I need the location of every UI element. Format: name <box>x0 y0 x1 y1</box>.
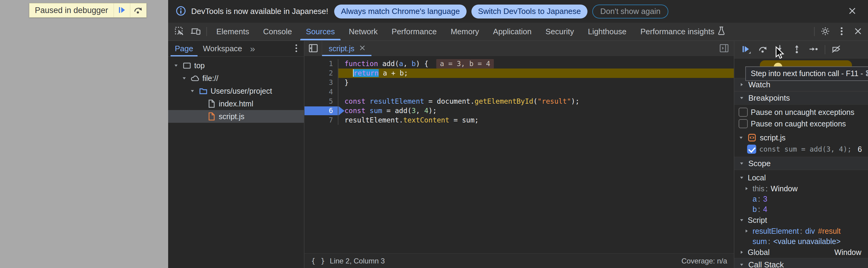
line-number[interactable]: 6 <box>305 106 338 116</box>
scope-entry-a[interactable]: a: 3 <box>734 194 868 204</box>
section-label: Watch <box>748 80 770 89</box>
tab-workspace[interactable]: Workspace <box>198 41 247 56</box>
scope-entry-resultElement[interactable]: resultElement: div#result <box>734 226 868 236</box>
resume-icon <box>117 5 126 16</box>
code-line-content[interactable]: return a + b; <box>338 68 734 78</box>
tab-application[interactable]: Application <box>486 23 538 40</box>
line-number[interactable]: 1 <box>305 59 338 68</box>
step-over-icon <box>758 44 768 55</box>
tab-lighthouse[interactable]: Lighthouse <box>581 23 633 40</box>
debugger-sidebar: Step into next function call - F11 - ⌘ ;… <box>734 41 868 268</box>
file-js-icon <box>207 112 216 121</box>
section-breakpoints[interactable]: Breakpoints <box>734 91 868 105</box>
tab-elements[interactable]: Elements <box>209 23 256 40</box>
line-number[interactable]: 4 <box>305 87 338 97</box>
switch-to-japanese-button[interactable]: Switch DevTools to Japanese <box>471 4 588 19</box>
line-number[interactable]: 3 <box>305 78 338 87</box>
scope-entry-b[interactable]: b: 4 <box>734 204 868 214</box>
code-line-content[interactable]: const sum = add(3, 4); <box>338 106 734 116</box>
line-number[interactable]: 7 <box>305 116 338 125</box>
toggle-device-toolbar-button[interactable] <box>188 23 204 40</box>
tab-label: Network <box>349 27 377 36</box>
scope-group-script[interactable]: Script <box>734 214 868 226</box>
tree-item-top[interactable]: top <box>168 59 304 72</box>
breakpoint-file-group[interactable]: script.js <box>734 132 868 143</box>
scope-group-global[interactable]: GlobalWindow <box>734 246 868 258</box>
toggle-navigator-button[interactable] <box>305 41 322 56</box>
exception-option[interactable]: Pause on uncaught exceptions <box>734 107 868 118</box>
step-over-button[interactable] <box>130 3 146 17</box>
scope-entry-sum[interactable]: sum: <value unavailable> <box>734 236 868 246</box>
step-over-button[interactable] <box>754 41 771 58</box>
sources-navigator-pane: Page Workspace » topfile://Users/user/pr… <box>168 41 305 268</box>
tab-network[interactable]: Network <box>342 23 384 40</box>
section-call-stack[interactable]: Call Stack <box>734 258 868 268</box>
code-line-content[interactable]: function add(a, b) {a = 3, b = 4 <box>338 59 734 68</box>
code-line-content[interactable]: const resultElement = document.getElemen… <box>338 97 734 106</box>
always-match-language-button[interactable]: Always match Chrome's language <box>334 4 466 19</box>
tab-label: Console <box>263 27 292 36</box>
code-line-content[interactable]: resultElement.textContent = sum; <box>338 116 734 125</box>
more-options-button[interactable] <box>833 23 850 40</box>
tab-label: Memory <box>451 27 479 36</box>
exception-option[interactable]: Pause on caught exceptions <box>734 118 868 129</box>
code-token: 4 <box>424 107 428 115</box>
tab-performance[interactable]: Performance <box>385 23 444 40</box>
chevron-down-icon <box>739 161 745 166</box>
step-button[interactable] <box>805 41 822 58</box>
section-scope[interactable]: Scope <box>734 157 868 170</box>
tab-security[interactable]: Security <box>539 23 581 40</box>
code-line-content[interactable] <box>338 87 734 97</box>
code-line-content[interactable]: } <box>338 78 734 87</box>
paused-message-zone: Step into next function call - F11 - ⌘ ; <box>734 59 868 78</box>
step-into-button[interactable] <box>771 41 788 58</box>
script-file-icon <box>747 133 757 143</box>
cursor-position-label: Line 2, Column 3 <box>330 257 385 265</box>
breakpoint-entry[interactable]: const sum = add(3, 4);6 <box>734 143 868 155</box>
more-tabs-button[interactable]: » <box>247 41 258 56</box>
tab-sources[interactable]: Sources <box>299 23 342 40</box>
scope-group-value: Window <box>834 248 861 257</box>
scope-entry-this[interactable]: this: Window <box>734 183 868 194</box>
editor-tab-label: script.js <box>329 44 354 53</box>
step-out-icon <box>792 44 802 55</box>
editor-tab-scriptjs[interactable]: script.js <box>322 41 371 56</box>
tree-item-label: script.js <box>219 112 245 121</box>
tab-console[interactable]: Console <box>256 23 299 40</box>
inspect-element-button[interactable] <box>171 23 188 40</box>
infobar-close-button[interactable] <box>844 3 861 20</box>
code-token: const <box>344 107 365 115</box>
code-editor-area[interactable]: 1function add(a, b) {a = 3, b = 42 retur… <box>305 56 734 254</box>
toggle-debugger-pane-button[interactable] <box>714 41 734 56</box>
resume-button[interactable] <box>737 41 754 58</box>
resume-script-button[interactable] <box>114 3 130 17</box>
line-number[interactable]: 5 <box>305 97 338 106</box>
tab-memory[interactable]: Memory <box>443 23 486 40</box>
tree-item-users-user-project[interactable]: Users/user/project <box>168 85 304 97</box>
tree-item-index-html[interactable]: index.html <box>168 97 304 110</box>
scope-var-value: <value unavailable> <box>773 237 840 246</box>
tab-page[interactable]: Page <box>170 41 198 56</box>
expand-right-panel-icon <box>719 43 730 55</box>
line-number[interactable]: 2 <box>305 68 338 78</box>
checkbox[interactable] <box>747 145 756 154</box>
checkbox[interactable] <box>739 108 748 117</box>
close-icon[interactable] <box>359 44 366 53</box>
scope-colon: : <box>766 184 768 193</box>
scope-var-name: b <box>752 205 757 214</box>
tab-performance-insights[interactable]: Performance insights <box>633 23 732 40</box>
devtools-close-button[interactable] <box>850 23 866 40</box>
tree-item-script-js[interactable]: script.js <box>168 110 304 123</box>
navigator-menu-button[interactable] <box>289 41 304 56</box>
section-label: Call Stack <box>748 260 784 268</box>
code-token: ); <box>571 97 580 105</box>
kebab-menu-icon <box>295 44 298 54</box>
dont-show-again-button[interactable]: Don't show again <box>592 4 668 19</box>
deactivate-breakpoints-button[interactable] <box>828 41 845 58</box>
scope-group-local[interactable]: Local <box>734 172 868 183</box>
scope-group-label: Script <box>748 216 767 225</box>
step-out-button[interactable] <box>788 41 805 58</box>
settings-button[interactable] <box>817 23 833 40</box>
tree-item-file-[interactable]: file:// <box>168 72 304 85</box>
checkbox[interactable] <box>739 119 748 128</box>
